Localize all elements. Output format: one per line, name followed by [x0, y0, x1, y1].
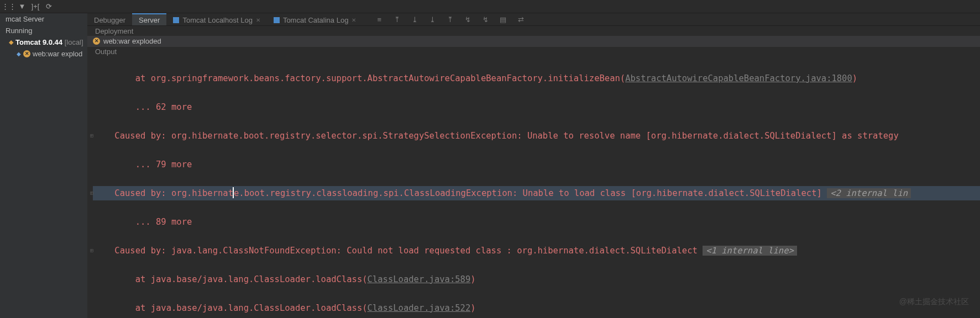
- tabs-row: Debugger Server Tomcat Localhost Log ✕ T…: [87, 13, 980, 26]
- output-label: Output: [87, 47, 980, 57]
- layout-icon[interactable]: ▤: [496, 13, 510, 25]
- close-icon[interactable]: ✕: [256, 17, 260, 23]
- up-icon[interactable]: ⤒: [390, 13, 403, 25]
- sidebar: mcat Server Running ◆ Tomcat 9.0.44 [loc…: [0, 13, 87, 318]
- fold-icon[interactable]: ⊞: [88, 186, 95, 200]
- sidebar-header: mcat Server: [0, 13, 87, 25]
- status-error-icon: ✕: [93, 38, 100, 45]
- close-icon[interactable]: ✕: [352, 17, 356, 23]
- internal-lines-badge[interactable]: <2 internal lin: [827, 188, 911, 198]
- down2-icon[interactable]: ⤓: [426, 13, 439, 25]
- tab-server[interactable]: Server: [132, 13, 166, 25]
- watermark: @稀土掘金技术社区: [899, 297, 969, 307]
- tab-localhost-log[interactable]: Tomcat Localhost Log ✕: [166, 13, 266, 25]
- sidebar-item-artifact[interactable]: ◆ ✕ web:war explod: [0, 48, 87, 60]
- artifact-icon: ◆: [17, 51, 21, 57]
- main-panel: Debugger Server Tomcat Localhost Log ✕ T…: [87, 13, 980, 318]
- sidebar-item-tomcat[interactable]: ◆ Tomcat 9.0.44 [local]: [0, 36, 87, 48]
- artifact-bar[interactable]: ✕ web:war exploded: [87, 36, 980, 47]
- deployment-header: Deployment: [87, 26, 980, 36]
- toggle-icon[interactable]: ↯: [461, 13, 474, 25]
- toolbar-icon-2[interactable]: ▼: [15, 1, 29, 13]
- tab-debugger[interactable]: Debugger: [87, 13, 132, 25]
- layout2-icon[interactable]: ⇄: [514, 13, 527, 25]
- fold-icon[interactable]: ⊞: [88, 129, 95, 143]
- tomcat-icon: ◆: [9, 39, 13, 46]
- run-icon: [173, 17, 179, 23]
- sidebar-running[interactable]: Running: [0, 25, 87, 36]
- toolbar-icon-4[interactable]: ⟳: [42, 1, 55, 13]
- soft-wrap-icon[interactable]: ≡: [373, 13, 386, 25]
- run-icon: [274, 17, 280, 23]
- status-error-icon: ✕: [23, 50, 30, 57]
- toggle2-icon[interactable]: ↯: [479, 13, 492, 25]
- tabs-toolbar: ≡ ⤒ ⤓ ⤓ ⤒ ↯ ↯ ▤ ⇄: [373, 13, 527, 25]
- up2-icon[interactable]: ⤒: [443, 13, 457, 25]
- internal-lines-badge[interactable]: <1 internal line>: [703, 246, 797, 256]
- tab-catalina-log[interactable]: Tomcat Catalina Log ✕: [267, 13, 363, 25]
- source-link[interactable]: ClassLoader.java:522: [368, 303, 471, 313]
- toolbar-icon-1[interactable]: ⋮⋮: [2, 1, 15, 13]
- tomcat-label: Tomcat 9.0.44 [local]: [15, 38, 83, 46]
- artifact-label: web:war explod: [33, 50, 82, 58]
- top-toolbar: ⋮⋮ ▼ ]+[ ⟳: [0, 0, 980, 13]
- down-icon[interactable]: ⤓: [408, 13, 421, 25]
- source-link[interactable]: ClassLoader.java:589: [368, 274, 471, 284]
- source-link[interactable]: AbstractAutowireCapableBeanFactory.java:…: [625, 73, 852, 83]
- console-output[interactable]: at org.springframework.beans.factory.sup…: [87, 57, 980, 318]
- toolbar-icon-3[interactable]: ]+[: [29, 1, 42, 13]
- artifact-bar-label: web:war exploded: [103, 37, 161, 45]
- fold-icon[interactable]: ⊞: [88, 243, 95, 258]
